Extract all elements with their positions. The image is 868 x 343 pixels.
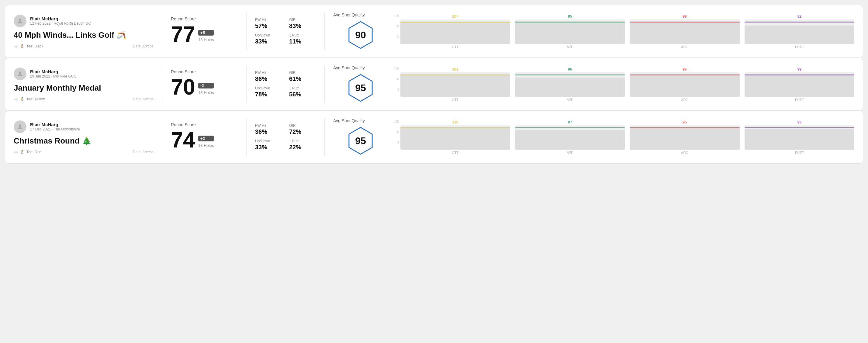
chart-col-label: APP xyxy=(567,151,574,154)
bar-fill xyxy=(400,74,510,97)
data-source: Data: Arccos xyxy=(133,44,154,48)
chart-value-ott: 110 xyxy=(452,120,458,124)
section-divider-3 xyxy=(324,118,325,156)
bar-fill xyxy=(630,128,739,149)
quality-section: Avg Shot Quality 95 xyxy=(333,118,388,156)
section-divider-1 xyxy=(162,12,162,50)
avatar xyxy=(14,67,26,80)
user-name: Blair McHarg xyxy=(30,69,76,74)
section-divider-2 xyxy=(246,118,247,156)
gir-stat: GIR 61% xyxy=(289,70,316,83)
tee-info: ☁️ 🏌 Tee: Black xyxy=(14,44,43,48)
bar-fill xyxy=(745,75,854,97)
section-divider-1 xyxy=(162,118,162,156)
bag-icon: 🏌 xyxy=(20,97,25,101)
chart-value-arg: 98 xyxy=(683,14,686,19)
fw-hit-label: FW Hit xyxy=(255,18,282,22)
user-row: Blair McHarg 27 Dec 2021 · The Oxfordshi… xyxy=(14,120,154,133)
quality-section: Avg Shot Quality 95 xyxy=(333,65,388,103)
hexagon-container: 90 xyxy=(333,20,388,50)
chart-col-label: OTT xyxy=(452,98,459,101)
score-holes: 18 Holes xyxy=(198,37,214,42)
chart-col-ott: 107 OTT xyxy=(400,14,510,49)
round-score-label: Round Score xyxy=(171,122,238,127)
score-holes: 18 Holes xyxy=(198,143,214,148)
one-putt-stat: 1 Putt 56% xyxy=(289,86,316,98)
bar-wrapper xyxy=(400,72,510,97)
chart-section: 100 50 0 107 OTT 95 APP xyxy=(388,14,854,49)
gir-stat: GIR 72% xyxy=(289,123,316,135)
quality-section: Avg Shot Quality 90 xyxy=(333,12,388,50)
chart-section: 100 50 0 101 OTT 86 APP xyxy=(388,67,854,101)
score-section: Round Score 74 +2 18 Holes xyxy=(171,122,238,152)
chart-col-label: PUTT xyxy=(795,151,804,154)
bar-wrapper xyxy=(630,20,739,44)
user-info: Blair McHarg 27 Dec 2021 · The Oxfordshi… xyxy=(30,122,80,131)
hexagon: 90 xyxy=(345,20,376,50)
user-name: Blair McHarg xyxy=(30,16,91,21)
one-putt-stat: 1 Putt 11% xyxy=(289,33,316,45)
updown-value: 78% xyxy=(255,91,282,98)
quality-label: Avg Shot Quality xyxy=(333,65,388,70)
chart-col-arg: 98 ARG xyxy=(630,14,739,49)
updown-value: 33% xyxy=(255,38,282,45)
bar-line xyxy=(515,74,625,75)
bar-wrapper xyxy=(745,125,854,150)
chart-col-ott: 110 OTT xyxy=(400,120,510,154)
hexagon-value: 90 xyxy=(355,30,366,41)
bar-line xyxy=(745,22,854,23)
bar-line xyxy=(630,74,739,75)
user-info: Blair McHarg 29 Jan 2022 · Mill Ride GCC xyxy=(30,69,76,79)
user-name: Blair McHarg xyxy=(30,122,80,127)
bar-wrapper xyxy=(515,125,625,150)
gir-value: 83% xyxy=(289,23,316,30)
updown-label: Up/Down xyxy=(255,139,282,143)
bar-line xyxy=(515,22,625,23)
hexagon-value: 95 xyxy=(355,135,366,147)
tee-info: ☁️ 🏌 Tee: Blue xyxy=(14,150,42,154)
score-number: 77 xyxy=(171,23,195,45)
chart-col-app: 86 APP xyxy=(515,67,625,101)
chart-scale: 100 50 0 xyxy=(394,120,400,145)
score-number: 74 xyxy=(171,129,195,151)
user-meta: 12 Feb 2022 · Royal North Devon GC xyxy=(30,21,91,26)
chart-col-label: ARG xyxy=(681,98,688,101)
chart-col-putt: 99 PUTT xyxy=(745,67,854,101)
chart-col-label: OTT xyxy=(452,45,459,49)
chart-col-arg: 95 ARG xyxy=(630,120,739,154)
chart-col-app: 95 APP xyxy=(515,14,625,49)
chart-section: 100 50 0 110 OTT 87 APP xyxy=(388,120,854,154)
bar-line xyxy=(630,127,739,128)
section-divider-2 xyxy=(246,65,247,103)
weather-icon: ☁️ xyxy=(14,97,18,101)
round-score-label: Round Score xyxy=(171,17,238,21)
hexagon: 95 xyxy=(345,126,376,156)
one-putt-stat: 1 Putt 22% xyxy=(289,139,316,151)
bar-fill xyxy=(515,77,625,97)
fw-hit-label: FW Hit xyxy=(255,123,282,128)
bar-fill xyxy=(630,75,739,97)
tee-label: Tee: Black xyxy=(26,44,43,48)
chart-value-ott: 107 xyxy=(452,14,458,19)
one-putt-label: 1 Putt xyxy=(289,33,316,37)
footer-row: ☁️ 🏌 Tee: Black Data: Arccos xyxy=(14,44,154,48)
user-meta: 27 Dec 2021 · The Oxfordshire xyxy=(30,127,80,131)
score-row: 74 +2 18 Holes xyxy=(171,129,238,151)
bar-fill xyxy=(400,22,510,44)
updown-stat: Up/Down 33% xyxy=(255,139,282,151)
chart-col-label: ARG xyxy=(681,45,688,49)
chart-col-app: 87 APP xyxy=(515,120,625,154)
chart-col-arg: 96 ARG xyxy=(630,67,739,101)
score-number: 70 xyxy=(171,76,195,98)
bar-wrapper xyxy=(400,125,510,150)
bag-icon: 🏌 xyxy=(20,150,25,154)
score-badge: -2 xyxy=(198,83,214,89)
chart-value-arg: 96 xyxy=(683,67,686,71)
bar-wrapper xyxy=(630,125,739,150)
round-card-1: Blair McHarg 12 Feb 2022 · Royal North D… xyxy=(5,5,863,58)
footer-row: ☁️ 🏌 Tee: Blue Data: Arccos xyxy=(14,150,154,154)
score-row: 77 +5 18 Holes xyxy=(171,23,238,45)
bar-wrapper xyxy=(400,20,510,44)
chart-value-app: 95 xyxy=(568,14,572,19)
user-row: Blair McHarg 29 Jan 2022 · Mill Ride GCC xyxy=(14,67,154,80)
